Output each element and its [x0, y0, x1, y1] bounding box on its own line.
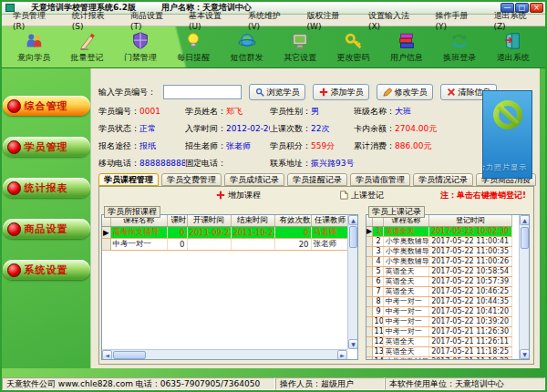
add-student-button[interactable]: 添加学员: [313, 84, 369, 100]
toolbar-daily-reminder[interactable]: 每日提醒: [169, 31, 218, 64]
column-header[interactable]: 课时: [167, 215, 187, 227]
table-row[interactable]: 14小学奥数辅导2017-05-21 11:18:22: [366, 356, 512, 360]
table-cell: 20: [274, 239, 311, 251]
toolbar-label: 其它设置: [275, 52, 325, 64]
table-row[interactable]: 11中考一对一2017-05-21 11:26:30: [366, 326, 512, 336]
menu-bar: 学员管理(R) 统计报表(S) 商品设置(T) 基本设置(U) 系统维护(V) …: [2, 15, 545, 26]
student-fields-grid: 学员编号：0001学员姓名：郑飞学员性别：男班级名称：大班学员状态：正常入学时间…: [98, 106, 536, 170]
sidebar-item-student-management[interactable]: 学员管理: [3, 137, 90, 157]
add-course-button[interactable]: 增加课程: [216, 190, 261, 201]
sidebar-item-comprehensive-management[interactable]: 综合管理: [3, 96, 90, 116]
toolbar-shift-login[interactable]: 换班登录: [435, 31, 484, 64]
table-row[interactable]: 6英语全天2017-05-22 10:57:39: [366, 276, 512, 286]
toolbar-exit-system[interactable]: 退出系统: [489, 31, 538, 64]
sidebar-item-system-settings[interactable]: 系统设置: [3, 260, 90, 280]
student-id-input[interactable]: [163, 85, 242, 99]
toolbar-user-info[interactable]: 用户信息: [382, 31, 431, 64]
sidebar-item-statistics-reports[interactable]: 统计报表: [3, 178, 90, 198]
tables-region: 学员所报课程 课程名称课时开课时间结束时间有效次数任课教师备注 ▶高考作文辅导0…: [99, 203, 533, 364]
menu-basic-settings[interactable]: 基本设置(U): [181, 10, 241, 31]
status-bar: 天意软件公司 www.chle828.com 电话：0635-7907905/7…: [2, 377, 545, 390]
tab-reminder-records[interactable]: 学员提醒记录: [287, 173, 347, 186]
menu-product-settings[interactable]: 商品设置(T): [123, 10, 181, 31]
table-cell: 2017-05-21 11:26:30: [429, 326, 512, 336]
row-number-cell: 6: [372, 276, 383, 286]
table-row[interactable]: 中考一对一020张老师: [102, 239, 358, 251]
toolbar-sms-broadcast[interactable]: 短信群发: [222, 31, 272, 64]
field-value: 0001: [139, 107, 160, 116]
row-number-cell: 10: [372, 316, 383, 326]
no-photo-icon: [490, 97, 526, 133]
vertical-scrollbar[interactable]: ▲ ▼: [519, 215, 529, 359]
tab-bar: 学员课程管理 学员交费管理 学员成绩记录 学员提醒记录 学员请假管理 学员情况记…: [98, 173, 536, 186]
table-row[interactable]: 4小学奥数辅导2017-05-22 11:00:26: [366, 256, 512, 266]
vertical-scrollbar[interactable]: ▲ ▼: [347, 215, 357, 349]
scroll-right-icon[interactable]: ►: [337, 350, 347, 360]
modify-student-button[interactable]: 修改学员: [377, 84, 433, 100]
table-row[interactable]: ▶高考作文辅导02011-09-222011-10-220马老师: [102, 227, 358, 239]
menu-exit[interactable]: 退出系统(Z): [486, 10, 545, 31]
scroll-thumb[interactable]: [113, 351, 146, 359]
plus-icon: [319, 88, 328, 97]
row-number-cell: 14: [372, 356, 383, 360]
table-row[interactable]: 12英语全天2017-05-21 11:26:11: [366, 336, 512, 346]
table-cell: 小学奥数辅导: [383, 356, 428, 360]
table-row[interactable]: 9中考一对一2017-05-22 10:41:20: [366, 306, 512, 316]
toolbar-batch-register[interactable]: 批量登记: [63, 31, 112, 64]
toolbar-change-password[interactable]: 更改密码: [329, 31, 378, 64]
page-icon: [339, 191, 348, 200]
column-header[interactable]: 结束时间: [231, 215, 274, 227]
table-row[interactable]: ▶1英语全天2017-05-23 10:02:30: [366, 226, 512, 236]
menu-input-method[interactable]: 设置输入法(X): [361, 10, 428, 31]
field-label: 学员性别：: [270, 107, 311, 116]
tab-situation-records[interactable]: 学员情况记录: [413, 173, 473, 186]
horizontal-scrollbar[interactable]: ◄ ►: [102, 349, 347, 359]
table-row[interactable]: 2小学奥数辅导2017-05-22 11:00:41: [366, 236, 512, 246]
toolbar-prospect-students[interactable]: 意向学员: [9, 31, 58, 64]
scroll-up-icon[interactable]: ▲: [520, 215, 530, 225]
tab-score-records[interactable]: 学员成绩记录: [224, 173, 284, 186]
tab-course-management[interactable]: 学员课程管理: [98, 173, 159, 186]
menu-statistics-reports[interactable]: 统计报表(S): [65, 10, 123, 31]
attend-register-button[interactable]: 上课登记: [339, 190, 384, 201]
scroll-down-icon[interactable]: ▼: [348, 339, 358, 349]
sidebar-item-label: 商品设置: [25, 222, 68, 236]
status-operator: 操作人员：超级用户: [275, 377, 385, 390]
menu-system-maintenance[interactable]: 系统维护(V): [241, 10, 300, 31]
photo-watermark: 给力照片显示: [482, 162, 527, 172]
scroll-up-icon[interactable]: ▲: [348, 215, 358, 225]
scroll-left-icon[interactable]: ◄: [102, 350, 112, 360]
table-cell: 中考一对一: [383, 326, 428, 336]
menu-manual[interactable]: 操作手册(Y): [428, 10, 486, 31]
field-label: 移动电话：: [98, 159, 139, 168]
table-row[interactable]: 7英语全天2017-05-22 10:46:25: [366, 286, 512, 296]
column-header[interactable]: 任课教师: [311, 215, 349, 227]
enrolled-courses-table: 课程名称课时开课时间结束时间有效次数任课教师备注 ▶高考作文辅导02011-09…: [102, 215, 358, 251]
column-header[interactable]: 开课时间: [187, 215, 231, 227]
field-value: 2704.00元: [395, 124, 437, 133]
field-label: 学员姓名：: [185, 107, 226, 116]
main-area: 输入学员编号： 浏览学员 添加学员 修改学员 清除信息: [90, 68, 540, 368]
scroll-thumb[interactable]: [349, 226, 357, 248]
scroll-down-icon[interactable]: ▼: [520, 349, 530, 359]
student-id-label: 输入学员编号：: [98, 87, 156, 98]
tab-payment-management[interactable]: 学员交费管理: [161, 173, 222, 186]
scroll-thumb[interactable]: [521, 227, 529, 249]
table-row[interactable]: 13英语全天2017-05-21 11:18:25: [366, 346, 512, 356]
browse-students-button[interactable]: 浏览学员: [249, 84, 305, 100]
sidebar-item-product-settings[interactable]: 商品设置: [3, 219, 90, 239]
row-number-cell: 2: [372, 236, 383, 246]
column-header[interactable]: 登记时间: [429, 215, 512, 226]
menu-student-management[interactable]: 学员管理(R): [5, 10, 65, 31]
tab-leave-management[interactable]: 学员请假管理: [350, 173, 410, 186]
menu-license-register[interactable]: 版权注册(W): [300, 10, 361, 31]
table-row[interactable]: 10中考一对一2017-05-22 10:39:20: [366, 316, 512, 326]
column-header[interactable]: 有效次数: [274, 215, 311, 227]
toolbar-other-settings[interactable]: 其它设置: [275, 31, 325, 64]
toolbar-door-access[interactable]: 门禁管理: [116, 31, 165, 64]
toolbar-label: 批量登记: [63, 52, 112, 64]
table-row[interactable]: 5英语全天2017-05-22 10:58:54: [366, 266, 512, 276]
table-row[interactable]: 3小学奥数辅导2017-05-22 11:00:35: [366, 246, 512, 256]
field-label: 学员编号：: [98, 107, 139, 116]
table-row[interactable]: 8中考一对一2017-05-22 10:44:35: [366, 296, 512, 306]
